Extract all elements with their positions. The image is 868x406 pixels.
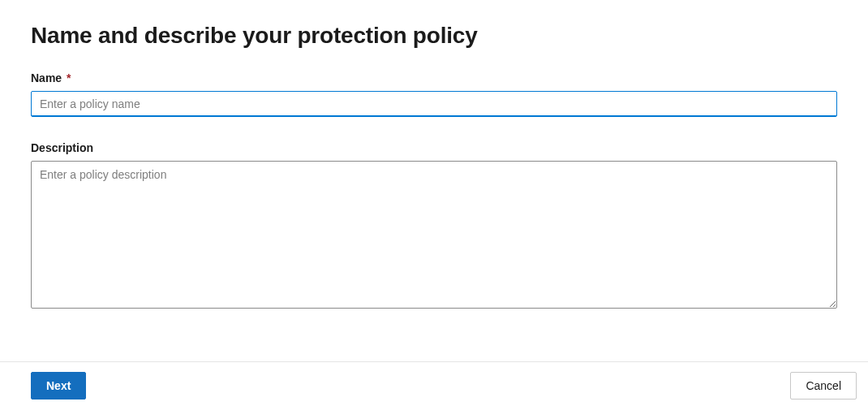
required-indicator-icon: *: [67, 71, 71, 84]
next-button[interactable]: Next: [31, 372, 86, 400]
name-label-text: Name: [31, 71, 62, 84]
wizard-footer: Next Cancel: [0, 361, 868, 406]
policy-name-input[interactable]: [31, 91, 837, 117]
description-field-group: Description: [31, 141, 837, 312]
policy-description-input[interactable]: [31, 161, 837, 309]
form-content: Name and describe your protection policy…: [0, 0, 868, 312]
description-label: Description: [31, 141, 837, 154]
name-field-group: Name *: [31, 71, 837, 117]
name-label: Name *: [31, 71, 837, 84]
cancel-button[interactable]: Cancel: [790, 372, 857, 400]
page-title: Name and describe your protection policy: [31, 23, 837, 49]
